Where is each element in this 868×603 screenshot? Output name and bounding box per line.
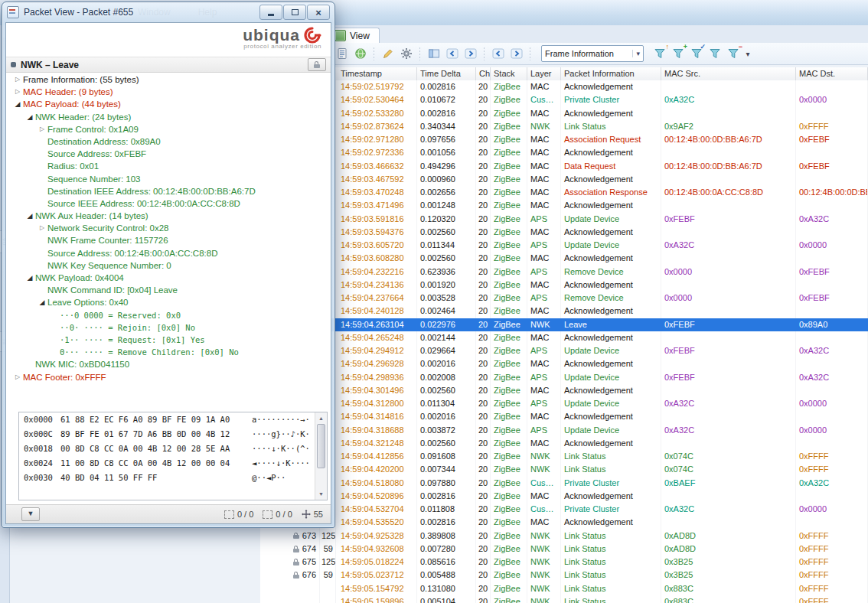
column-header-ch-[interactable]: Ch.: [476, 67, 491, 80]
tree-item[interactable]: ◢NWK Header: (24 bytes): [8, 111, 329, 123]
tree-item[interactable]: Destination IEEE Address: 00:12:4B:00:0D…: [8, 185, 329, 197]
table-row[interactable]: 14:59:04.3128000.01130420ZigBeeAPSUpdate…: [260, 397, 868, 410]
hex-line[interactable]: 0x002411 00 8D C8 CC 0A 00 4B 12 00 00 0…: [19, 456, 327, 471]
tree-item[interactable]: ▷Frame Control: 0x1A09: [8, 123, 329, 135]
table-row[interactable]: 14:59:04.2969280.00201620ZigBeeMACAcknow…: [260, 357, 868, 370]
scroll-thumb[interactable]: [317, 424, 325, 468]
tree-item[interactable]: ◢MAC Payload: (44 bytes): [8, 98, 329, 110]
report-icon[interactable]: [334, 47, 349, 61]
tree-item[interactable]: ◢NWK Payload: 0x4004: [8, 272, 329, 284]
table-row[interactable]: 14:59:04.3148160.00201620ZigBeeMACAcknow…: [260, 410, 868, 423]
table-row[interactable]: 14:59:05.1598960.00510420ZigBeeNWKLink S…: [260, 595, 868, 603]
table-row[interactable]: 67312514:59:04.9253280.38980820ZigBeeNWK…: [260, 530, 868, 543]
filter-remove-icon[interactable]: −: [726, 47, 740, 61]
table-row[interactable]: 14:59:04.2401280.00246420ZigBeeMACAcknow…: [260, 305, 868, 318]
frame-information-dropdown[interactable]: Frame Information ▾: [541, 45, 644, 62]
expander-icon[interactable]: ▷: [37, 123, 47, 135]
scroll-up-icon[interactable]: ▲: [315, 413, 327, 423]
expander-icon[interactable]: ◢: [37, 296, 47, 308]
tree-item[interactable]: ···0 0000 = Reserved: 0x0: [8, 309, 329, 321]
table-row[interactable]: 14:59:04.5355200.00281620ZigBeeMACAcknow…: [260, 516, 868, 529]
caret-down-icon[interactable]: ▾: [744, 50, 752, 58]
table-row[interactable]: 14:59:02.8736240.34034420ZigBeeNWKLink S…: [260, 120, 868, 133]
column-header-time-delta[interactable]: Time Delta: [417, 67, 476, 80]
tree-item[interactable]: ▷Frame Information: (55 bytes): [8, 73, 329, 86]
table-row[interactable]: 14:59:04.2989360.00200820ZigBeeAPSUpdate…: [260, 371, 868, 384]
hex-view[interactable]: 0x000061 88 E2 EC F6 A0 89 BF FE 09 1A A…: [18, 412, 328, 500]
nav-back-icon[interactable]: [445, 47, 459, 61]
tree-item[interactable]: Sequence Number: 103: [8, 173, 329, 185]
table-row[interactable]: 14:59:04.5208960.00281620ZigBeeMACAcknow…: [260, 490, 868, 503]
filter-add-icon[interactable]: +: [671, 47, 685, 61]
table-row[interactable]: 14:59:04.5180800.09788020ZigBeeCus…Priva…: [260, 477, 868, 490]
expander-icon[interactable]: ▷: [12, 73, 23, 86]
filter-check-icon[interactable]: ✓: [689, 47, 703, 61]
table-row[interactable]: 14:59:02.5332800.00281620ZigBeeMACAcknow…: [260, 107, 868, 120]
expander-icon[interactable]: ▷: [12, 86, 23, 98]
tree-item[interactable]: ◢Leave Options: 0x40: [8, 296, 329, 308]
nav-forward-icon[interactable]: [509, 47, 524, 61]
hex-line[interactable]: 0x001800 8D C8 CC 0A 00 4B 12 00 28 5E A…: [19, 442, 327, 456]
tree-item[interactable]: NWK Frame Counter: 1157726: [8, 234, 329, 246]
filter-up-icon[interactable]: ↑: [652, 47, 667, 61]
tree-item[interactable]: ▷Network Security Control: 0x28: [8, 222, 329, 234]
expander-icon[interactable]: ◢: [12, 98, 23, 110]
column-header-mac-dst-[interactable]: MAC Dst.: [796, 67, 868, 80]
tree-item[interactable]: ▷MAC Footer: 0xFFFF: [8, 371, 329, 383]
tree-item[interactable]: Source Address: 00:12:4B:00:0A:CC:C8:8D: [8, 247, 329, 259]
table-row[interactable]: 14:59:04.3186880.00387220ZigBeeAPSUpdate…: [260, 424, 868, 437]
column-header-mac-src-[interactable]: MAC Src.: [661, 67, 796, 80]
nav-back-icon[interactable]: [491, 47, 505, 61]
window-titlebar[interactable]: Packet View - Packet #655 ×: [2, 2, 334, 22]
column-header-timestamp[interactable]: Timestamp: [338, 67, 417, 80]
column-header-packet-information[interactable]: Packet Information: [561, 67, 661, 80]
nav-forward-icon[interactable]: [463, 47, 478, 61]
tree-item[interactable]: Source Address: 0xFEBF: [8, 148, 329, 160]
edit-icon[interactable]: [380, 47, 395, 61]
table-row[interactable]: 14:59:03.5943760.00256020ZigBeeMACAcknow…: [260, 226, 868, 239]
tree-item[interactable]: ··0· ···· = Rejoin: [0x0] No: [8, 321, 329, 334]
expander-icon[interactable]: ◢: [24, 210, 35, 222]
table-row[interactable]: 14:59:04.4202000.00734420ZigBeeNWKLink S…: [260, 463, 868, 476]
tree-item[interactable]: Source IEEE Address: 00:12:4B:00:0A:CC:C…: [8, 197, 329, 210]
table-row[interactable]: 14:59:02.5304640.01067220ZigBeeCus…Priva…: [260, 93, 868, 106]
table-row[interactable]: 14:59:03.5918160.12032020ZigBeeAPSUpdate…: [260, 213, 868, 226]
network-icon[interactable]: [353, 47, 367, 61]
table-row[interactable]: 6765914:59:05.0237120.00548820ZigBeeNWKL…: [260, 569, 868, 582]
table-row[interactable]: 14:59:04.2322160.62393620ZigBeeAPSRemove…: [260, 266, 868, 279]
table-row[interactable]: 14:59:03.4675920.00096020ZigBeeMACAcknow…: [260, 173, 868, 186]
expander-icon[interactable]: ▷: [12, 371, 23, 383]
table-row[interactable]: 14:59:04.2652480.00214420ZigBeeMACAcknow…: [260, 331, 868, 344]
minimize-button[interactable]: [259, 5, 282, 20]
table-row[interactable]: 14:59:02.5197920.00281620ZigBeeMACAcknow…: [260, 80, 868, 93]
tree-item[interactable]: NWK MIC: 0xBD041150: [8, 358, 329, 370]
table-row[interactable]: 14:59:03.6082800.00256020ZigBeeMACAcknow…: [260, 252, 868, 265]
hex-line[interactable]: 0x003040 BD 04 11 50 FF FF@··◄P··: [19, 471, 327, 485]
tree-item[interactable]: 0··· ···· = Remove Children: [0x0] No: [8, 346, 329, 358]
table-row[interactable]: 14:59:02.9712800.09765620ZigBeeMACAssoci…: [260, 133, 868, 146]
table-row[interactable]: 14:59:03.4702480.00265620ZigBeeMACAssoci…: [260, 186, 868, 199]
table-row[interactable]: 14:59:04.2631040.02297620ZigBeeNWKLeave0…: [260, 318, 868, 331]
table-row[interactable]: 14:59:04.4128560.09160820ZigBeeNWKLink S…: [260, 450, 868, 463]
column-header-layer[interactable]: Layer: [527, 67, 561, 80]
tree-item[interactable]: NWK Key Sequence Number: 0: [8, 259, 329, 272]
table-row[interactable]: 6745914:59:04.9326080.00728020ZigBeeNWKL…: [260, 543, 868, 556]
expander-icon[interactable]: ◢: [24, 111, 35, 123]
tab-view[interactable]: View: [328, 28, 380, 43]
table-row[interactable]: 14:59:04.3212480.00256020ZigBeeMACAcknow…: [260, 437, 868, 450]
column-header-stack[interactable]: Stack: [491, 67, 527, 80]
close-button[interactable]: ×: [307, 5, 330, 20]
expander-icon[interactable]: ◢: [24, 272, 35, 284]
pane-icon[interactable]: [426, 47, 441, 61]
table-row[interactable]: 14:59:04.5327040.01180820ZigBeeCus…Priva…: [260, 503, 868, 516]
tree-item[interactable]: ·1·· ···· = Request: [0x1] Yes: [8, 334, 329, 346]
filter-icon[interactable]: [707, 47, 722, 61]
table-row[interactable]: 14:59:05.1547920.13108020ZigBeeNWKLink S…: [260, 582, 868, 595]
hex-line[interactable]: 0x000061 88 E2 EC F6 A0 89 BF FE 09 1A A…: [19, 412, 327, 427]
table-row[interactable]: 14:59:04.3014960.00256020ZigBeeMACAcknow…: [260, 384, 868, 397]
tree-item[interactable]: ▷MAC Header: (9 bytes): [8, 86, 329, 98]
tree-item[interactable]: ◢NWK Aux Header: (14 bytes): [8, 210, 329, 222]
tree-item[interactable]: Destination Address: 0x89A0: [8, 135, 329, 148]
tree-item[interactable]: Radius: 0x01: [8, 160, 329, 172]
settings-icon[interactable]: [399, 47, 413, 61]
